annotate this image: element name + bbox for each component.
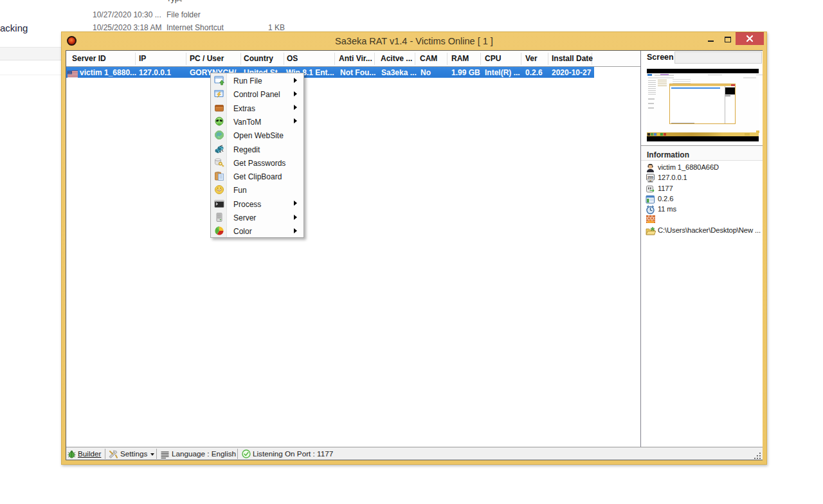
svg-text:255: 255 xyxy=(647,176,653,179)
